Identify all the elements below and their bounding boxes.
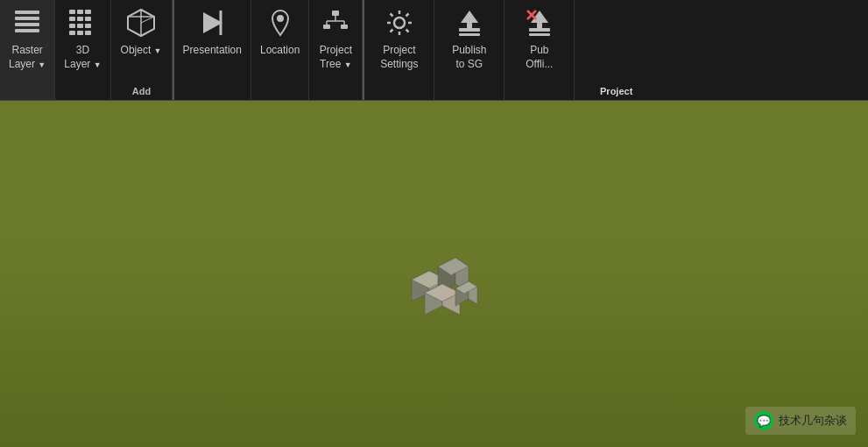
presentation-label: Presentation — [183, 44, 242, 58]
svg-rect-1 — [15, 17, 39, 20]
watermark-text: 技术几句杂谈 — [779, 413, 847, 429]
project-settings-icon — [382, 5, 417, 40]
svg-point-31 — [394, 18, 405, 28]
svg-rect-12 — [85, 24, 91, 28]
toolbar: RasterLayer ▼ 3DLayer ▼ — [0, 0, 868, 101]
toolbar-group-project: ProjectSettings Publishto SG — [364, 0, 868, 100]
svg-rect-3 — [15, 29, 39, 32]
toolbar-item-location[interactable]: Location — [251, 0, 309, 100]
object-add-icon — [123, 5, 159, 40]
svg-point-22 — [277, 15, 284, 22]
project-tree-icon — [318, 5, 353, 40]
wechat-icon: 💬 — [754, 411, 773, 430]
svg-rect-5 — [77, 10, 83, 14]
svg-rect-4 — [69, 10, 75, 14]
svg-rect-33 — [459, 33, 480, 36]
svg-marker-34 — [461, 11, 478, 23]
toolbar-item-3d-layer[interactable]: 3DLayer ▼ — [55, 0, 110, 100]
svg-line-19 — [141, 17, 154, 23]
svg-rect-11 — [77, 24, 83, 28]
svg-rect-39 — [537, 23, 542, 30]
svg-rect-6 — [85, 10, 91, 14]
svg-rect-7 — [69, 17, 75, 21]
presentation-icon — [194, 5, 229, 40]
raster-layer-icon — [10, 5, 45, 40]
svg-rect-13 — [69, 31, 75, 35]
toolbar-item-object-add[interactable]: Object ▼ — [111, 0, 173, 100]
toolbar-item-publish-to-sg[interactable]: Publishto SG — [434, 0, 505, 100]
toolbar-item-project-tree[interactable]: ProjectTree ▼ — [309, 0, 363, 100]
svg-rect-15 — [85, 31, 91, 35]
svg-rect-2 — [15, 23, 39, 26]
publish-offline-icon — [522, 5, 557, 40]
publish-offline-label: PubOffli... — [526, 44, 553, 71]
toolbar-group-add: Object ▼ Add — [111, 0, 174, 100]
toolbar-item-publish-offline[interactable]: PubOffli... — [505, 0, 575, 100]
publish-sg-icon — [452, 5, 487, 40]
publish-sg-label: Publishto SG — [452, 44, 486, 71]
svg-rect-30 — [341, 25, 348, 29]
project-settings-label: ProjectSettings — [380, 44, 418, 71]
object-add-label: Object ▼ — [121, 44, 162, 58]
svg-rect-29 — [323, 25, 330, 29]
svg-rect-0 — [15, 11, 39, 14]
svg-rect-8 — [77, 17, 83, 21]
3d-layer-icon — [65, 5, 100, 40]
raster-layer-label: RasterLayer ▼ — [9, 44, 46, 71]
viewport[interactable]: 💬 技术几句杂谈 — [0, 101, 868, 447]
svg-rect-23 — [332, 11, 339, 16]
scene-object-3d — [403, 253, 482, 323]
project-tree-label: ProjectTree ▼ — [320, 44, 352, 71]
watermark: 💬 技术几句杂谈 — [745, 407, 856, 435]
3d-layer-label: 3DLayer ▼ — [64, 44, 101, 71]
svg-rect-10 — [69, 24, 75, 28]
svg-rect-14 — [77, 31, 83, 35]
svg-rect-9 — [85, 17, 91, 21]
toolbar-item-presentation[interactable]: Presentation — [174, 0, 251, 100]
location-label: Location — [260, 44, 300, 58]
toolbar-item-raster-layer[interactable]: RasterLayer ▼ — [0, 0, 55, 100]
location-icon — [263, 5, 298, 40]
svg-rect-35 — [467, 23, 472, 30]
toolbar-item-project-settings[interactable]: ProjectSettings — [364, 0, 434, 100]
svg-rect-37 — [529, 33, 550, 36]
